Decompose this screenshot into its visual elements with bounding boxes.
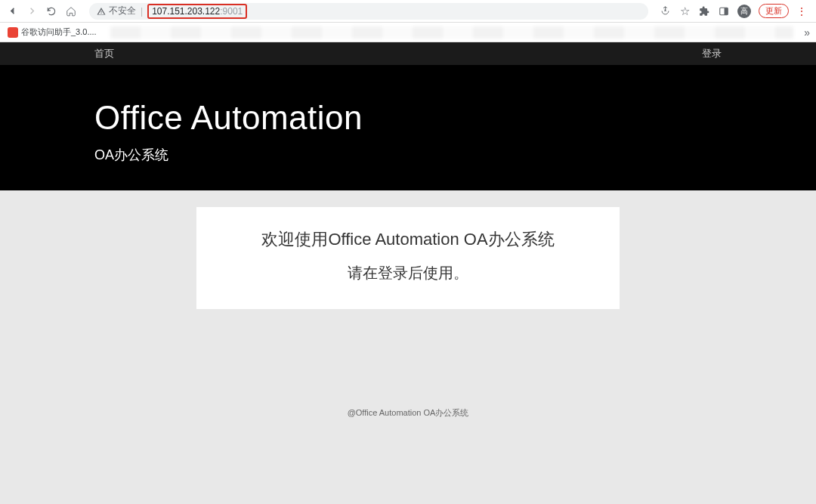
bookmarks-overflow-icon[interactable]: » <box>804 26 810 39</box>
home-button[interactable] <box>63 4 79 19</box>
page-footer: @Office Automation OA办公系统 <box>0 407 816 419</box>
bookmark-favicon-icon <box>8 27 18 38</box>
back-button[interactable] <box>5 4 20 19</box>
insecure-label: 不安全 <box>109 5 136 17</box>
bookmarks-blurred-region <box>110 26 793 39</box>
extensions-icon[interactable] <box>698 5 710 17</box>
share-icon[interactable] <box>659 5 671 17</box>
body-area: 欢迎使用Office Automation OA办公系统 请在登录后使用。 @O… <box>0 190 816 464</box>
hero-subtitle: OA办公系统 <box>94 146 722 164</box>
nav-home-link[interactable]: 首页 <box>94 47 114 60</box>
insecure-warning: 不安全 <box>97 5 136 17</box>
welcome-card: 欢迎使用Office Automation OA办公系统 请在登录后使用。 <box>196 207 620 309</box>
bookmark-item[interactable]: 谷歌访问助手_3.0.... <box>8 26 97 38</box>
addr-separator: | <box>141 6 143 17</box>
reload-button[interactable] <box>44 4 59 19</box>
avatar-initial: 高 <box>740 6 748 17</box>
star-icon[interactable]: ☆ <box>678 5 691 17</box>
welcome-text: 欢迎使用Office Automation OA办公系统 <box>227 228 589 251</box>
url-port: :9001 <box>220 6 243 17</box>
browser-toolbar: 不安全 | 107.151.203.122:9001 ☆ 高 更新 ⋮ <box>0 0 816 23</box>
svg-rect-1 <box>725 8 728 14</box>
bookmarks-bar: 谷歌访问助手_3.0.... » <box>0 23 816 42</box>
toolbar-right: ☆ 高 更新 ⋮ <box>659 4 811 18</box>
forward-button[interactable] <box>24 4 39 19</box>
url-host: 107.151.203.122 <box>152 6 220 17</box>
nav-login-link[interactable]: 登录 <box>702 47 722 60</box>
site-navbar: 首页 登录 <box>0 42 816 65</box>
login-prompt-text: 请在登录后使用。 <box>227 263 589 283</box>
page-root: 首页 登录 Office Automation OA办公系统 欢迎使用Offic… <box>0 42 816 464</box>
profile-avatar[interactable]: 高 <box>737 5 751 18</box>
hero-banner: Office Automation OA办公系统 <box>0 65 816 190</box>
warning-icon <box>97 7 106 16</box>
bookmark-label: 谷歌访问助手_3.0.... <box>21 26 97 38</box>
url-host-highlight: 107.151.203.122:9001 <box>147 4 247 19</box>
chrome-menu-icon[interactable]: ⋮ <box>796 5 807 17</box>
hero-title: Office Automation <box>94 99 722 137</box>
address-bar[interactable]: 不安全 | 107.151.203.122:9001 <box>89 3 648 20</box>
update-button[interactable]: 更新 <box>759 4 789 18</box>
sidepanel-icon[interactable] <box>718 5 730 17</box>
